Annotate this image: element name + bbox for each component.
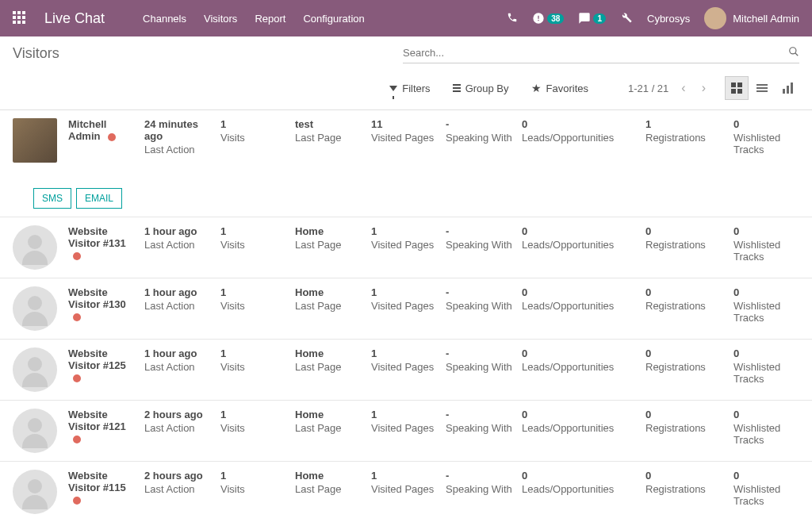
messages-indicator[interactable]: 1 [578, 12, 606, 25]
kanban-icon [731, 83, 742, 94]
last-page-col: Home Last Page [295, 225, 366, 251]
email-button[interactable]: EMAIL [76, 188, 122, 209]
visits-col: 1 Visits [220, 409, 290, 434]
visitor-row[interactable]: Website Visitor #125 1 hour ago Last Act… [0, 340, 812, 401]
visits-col: 1 Visits [220, 286, 290, 312]
speaking-with-value: - [446, 225, 517, 237]
visits-value: 1 [220, 225, 290, 237]
wishlisted-label: Wishlisted Tracks [733, 483, 805, 507]
registrations-col: 0 Registrations [645, 286, 729, 312]
last-action-col: 24 minutes ago Last Action [144, 118, 216, 155]
favorites-label: Favorites [546, 83, 588, 94]
last-page-value: Home [295, 347, 366, 359]
visited-pages-value: 1 [371, 286, 441, 298]
visits-value: 1 [220, 409, 290, 420]
nav-report[interactable]: Report [255, 13, 285, 25]
visited-pages-col: 1 Visited Pages [371, 286, 441, 312]
speaking-with-label: Speaking With [446, 422, 517, 434]
search-input[interactable] [403, 47, 788, 59]
nav-visitors[interactable]: Visitors [204, 13, 237, 25]
leads-label: Leads/Opportunities [522, 422, 641, 434]
speaking-with-label: Speaking With [446, 132, 517, 144]
last-page-col: Home Last Page [295, 286, 366, 312]
registrations-label: Registrations [645, 239, 729, 251]
pager-text[interactable]: 1-21 / 21 [628, 83, 668, 94]
last-page-value: Home [295, 225, 366, 237]
app-title[interactable]: Live Chat [44, 10, 105, 27]
last-action-value: 2 hours ago [144, 470, 216, 482]
nav-configuration[interactable]: Configuration [303, 13, 364, 25]
visitor-row[interactable]: Website Visitor #115 2 hours ago Last Ac… [0, 462, 812, 522]
user-menu[interactable]: Mitchell Admin [704, 7, 799, 29]
visitor-row[interactable]: Mitchell Admin SMS EMAIL 24 minutes ago … [0, 110, 812, 217]
wishlisted-value: 0 [733, 225, 805, 237]
last-page-label: Last Page [295, 483, 366, 495]
registrations-value: 0 [645, 225, 729, 237]
last-action-label: Last Action [144, 422, 216, 434]
tools-icon[interactable] [620, 11, 633, 26]
visitor-row[interactable]: Website Visitor #131 1 hour ago Last Act… [0, 217, 812, 278]
visitor-name: Website Visitor #131 [68, 225, 126, 249]
visited-pages-col: 1 Visited Pages [371, 225, 441, 251]
registrations-value: 0 [645, 286, 729, 298]
cp-top-row: Visitors [13, 43, 799, 63]
visitor-avatar [13, 409, 57, 453]
leads-value: 0 [522, 118, 641, 130]
filters-button[interactable]: Filters [389, 82, 430, 94]
speaking-with-label: Speaking With [446, 361, 517, 373]
wishlisted-value: 0 [733, 470, 805, 482]
registrations-col: 0 Registrations [645, 347, 729, 373]
visited-pages-label: Visited Pages [371, 300, 441, 312]
kanban-view-button[interactable] [725, 76, 749, 100]
last-page-col: Home Last Page [295, 470, 366, 495]
header-left: Live Chat Channels Visitors Report Confi… [13, 10, 365, 27]
phone-icon[interactable] [507, 12, 518, 25]
activities-indicator[interactable]: 38 [532, 12, 564, 25]
last-page-value: test [295, 118, 366, 130]
visited-pages-value: 1 [371, 409, 441, 420]
visits-value: 1 [220, 286, 290, 298]
favorites-button[interactable]: ★ Favorites [531, 82, 588, 94]
graph-view-button[interactable] [776, 76, 799, 100]
leads-col: 0 Leads/Opportunities [522, 470, 641, 495]
pager-prev[interactable]: ‹ [678, 81, 688, 95]
speaking-with-col: - Speaking With [446, 118, 517, 144]
sms-button[interactable]: SMS [33, 188, 71, 209]
last-action-col: 1 hour ago Last Action [144, 347, 216, 373]
list-view-button[interactable] [750, 76, 774, 100]
visitor-row[interactable]: Website Visitor #121 2 hours ago Last Ac… [0, 401, 812, 462]
registrations-value: 1 [645, 118, 729, 130]
visitors-list[interactable]: Mitchell Admin SMS EMAIL 24 minutes ago … [0, 110, 812, 522]
search-icon[interactable] [788, 46, 799, 59]
visitor-columns: Mitchell Admin SMS EMAIL 24 minutes ago … [68, 118, 805, 209]
leads-value: 0 [522, 286, 641, 298]
leads-label: Leads/Opportunities [522, 132, 641, 144]
wishlisted-value: 0 [733, 286, 805, 298]
last-page-label: Last Page [295, 132, 366, 144]
nav-menu: Channels Visitors Report Configuration [143, 13, 365, 25]
registrations-label: Registrations [645, 132, 729, 144]
visited-pages-value: 1 [371, 347, 441, 359]
last-page-col: Home Last Page [295, 409, 366, 434]
visitor-columns: Website Visitor #125 1 hour ago Last Act… [68, 347, 805, 385]
company-name[interactable]: Cybrosys [647, 13, 690, 25]
funnel-icon [389, 86, 397, 91]
registrations-col: 0 Registrations [645, 470, 729, 495]
registrations-value: 0 [645, 470, 729, 482]
nav-channels[interactable]: Channels [143, 13, 186, 25]
last-page-label: Last Page [295, 422, 366, 434]
visits-col: 1 Visits [220, 118, 290, 144]
visits-label: Visits [220, 422, 290, 434]
status-dot [108, 133, 116, 141]
filters-label: Filters [402, 83, 430, 94]
pager-next[interactable]: › [699, 81, 709, 95]
speaking-with-label: Speaking With [446, 239, 517, 251]
visitor-row[interactable]: Website Visitor #130 1 hour ago Last Act… [0, 278, 812, 340]
registrations-value: 0 [645, 347, 729, 359]
cp-bottom-row: Filters Group By ★ Favorites 1-21 / 21 ‹… [13, 70, 799, 103]
search-container [403, 43, 799, 63]
visited-pages-value: 1 [371, 470, 441, 482]
apps-icon[interactable] [13, 11, 27, 25]
groupby-button[interactable]: Group By [453, 82, 509, 94]
wishlisted-label: Wishlisted Tracks [733, 361, 805, 385]
